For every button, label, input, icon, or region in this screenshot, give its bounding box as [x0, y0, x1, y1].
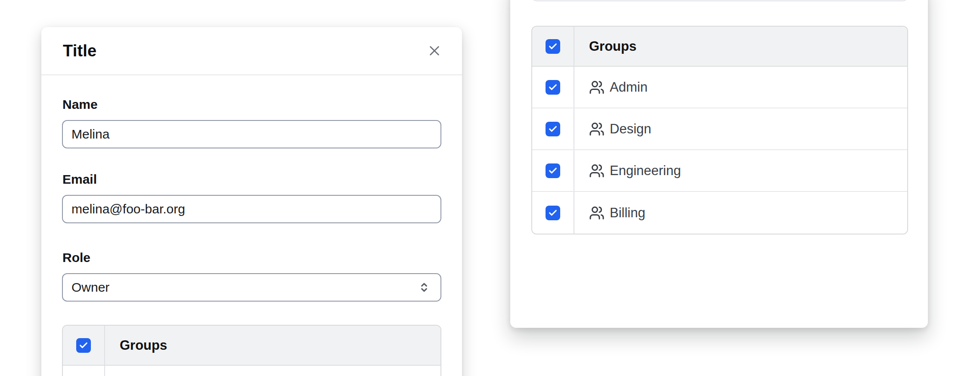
role-select-value: Owner [71, 280, 109, 295]
group-row: Admin [63, 366, 440, 376]
groups-rows: Admin Design [532, 67, 907, 234]
group-row-label: Admin [610, 80, 648, 95]
name-input[interactable] [62, 120, 441, 148]
edit-user-modal: Title Name Email Role Owner [41, 27, 462, 376]
header-checkbox-cell [63, 326, 105, 365]
check-icon [548, 83, 558, 92]
select-all-checkbox[interactable] [76, 338, 91, 353]
group-label-cell: Billing [574, 192, 645, 234]
check-icon [548, 124, 558, 134]
header-label-cell: Groups [105, 326, 167, 365]
group-checkbox[interactable] [546, 122, 560, 136]
groups-rows: Admin Design [63, 366, 440, 376]
select-all-checkbox[interactable] [546, 39, 560, 54]
header-label-cell: Groups [574, 27, 636, 66]
email-input[interactable] [62, 195, 441, 223]
group-row-label: Design [610, 121, 651, 137]
check-icon [79, 341, 88, 350]
email-field-group: Email [62, 172, 441, 223]
groups-table-header: Groups [63, 326, 440, 366]
modal-header: Title [41, 27, 462, 75]
group-row: Billing [532, 192, 907, 234]
check-icon [548, 166, 558, 176]
groups-header-label: Groups [589, 39, 636, 54]
group-checkbox-cell [532, 150, 574, 191]
users-icon [589, 163, 605, 179]
group-checkbox-cell [63, 366, 105, 376]
users-icon [589, 80, 605, 95]
close-button[interactable] [422, 39, 447, 63]
modal-title: Title [63, 42, 96, 60]
group-checkbox[interactable] [546, 80, 560, 95]
groups-table-header: Groups [532, 27, 907, 67]
group-checkbox-cell [532, 67, 574, 108]
role-select[interactable]: Owner [62, 273, 441, 302]
group-label-cell: Design [574, 108, 651, 149]
name-label: Name [62, 97, 441, 112]
group-checkbox-cell [532, 108, 574, 149]
groups-panel: Groups Admin [510, 0, 928, 328]
cutoff-select-bottom [531, 0, 908, 1]
check-icon [548, 42, 558, 51]
panel-groups-table: Groups Admin [531, 26, 908, 234]
check-icon [548, 208, 558, 218]
users-icon [589, 205, 605, 221]
role-label: Role [62, 250, 441, 265]
modal-body: Name Email Role Owner [41, 75, 462, 376]
group-row-label: Engineering [610, 163, 681, 179]
header-checkbox-cell [532, 27, 574, 66]
modal-groups-table: Groups Admin [62, 325, 441, 376]
email-label: Email [62, 172, 441, 187]
group-row: Admin [532, 67, 907, 108]
group-checkbox-cell [532, 192, 574, 234]
group-label-cell: Admin [105, 366, 178, 376]
group-label-cell: Engineering [574, 150, 681, 191]
panel-table-wrap: Groups Admin [531, 26, 908, 234]
groups-header-label: Groups [120, 338, 167, 353]
users-icon [589, 121, 605, 137]
screen: Title Name Email Role Owner [0, 0, 980, 376]
group-row-label: Billing [610, 205, 645, 221]
group-label-cell: Admin [574, 67, 648, 108]
group-row: Design [532, 108, 907, 150]
group-checkbox[interactable] [546, 163, 560, 178]
name-field-group: Name [62, 97, 441, 148]
role-field-group: Role Owner [62, 250, 441, 302]
group-row: Engineering [532, 150, 907, 192]
chevrons-up-down-icon [417, 280, 431, 294]
group-checkbox[interactable] [546, 206, 560, 220]
x-icon [428, 44, 441, 58]
